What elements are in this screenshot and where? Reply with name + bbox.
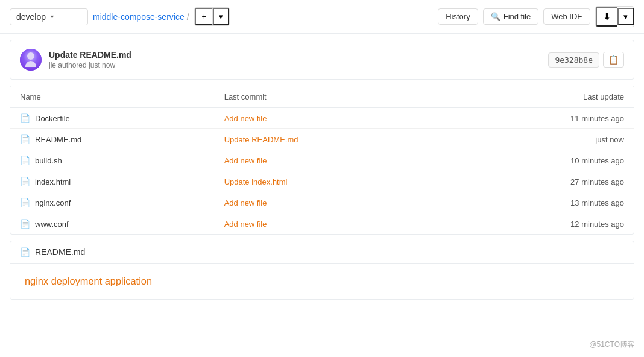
- repo-name[interactable]: middle-compose-service: [93, 12, 185, 22]
- file-commit-cell: Update index.html: [215, 171, 450, 192]
- avatar-head: [27, 52, 34, 60]
- breadcrumb: middle-compose-service /: [93, 12, 189, 22]
- file-update-cell: 12 minutes ago: [450, 213, 634, 235]
- file-icon: 📄: [20, 134, 30, 144]
- commit-hash-group: 9e328b8e 📋: [548, 52, 624, 68]
- file-link[interactable]: build.sh: [35, 156, 62, 165]
- col-last-commit: Last commit: [215, 86, 450, 108]
- file-commit-cell: Add new file: [215, 150, 450, 171]
- file-link[interactable]: index.html: [35, 177, 71, 186]
- file-commit-cell: Add new file: [215, 213, 450, 235]
- table-row: 📄 build.sh Add new file10 minutes ago: [10, 150, 634, 171]
- file-name-cell: 📄 www.conf: [10, 213, 215, 235]
- file-name-cell: 📄 Dockerfile: [10, 108, 215, 129]
- commit-message[interactable]: Update README.md: [49, 50, 541, 60]
- col-last-update: Last update: [450, 86, 634, 108]
- commit-hash[interactable]: 9e328b8e: [548, 52, 599, 68]
- file-table-container: Name Last commit Last update 📄 Dockerfil…: [10, 86, 634, 235]
- table-row: 📄 index.html Update index.html27 minutes…: [10, 171, 634, 192]
- file-commit-cell: Add new file: [215, 192, 450, 213]
- file-name-cell: 📄 README.md: [10, 129, 215, 150]
- file-update-cell: 27 minutes ago: [450, 171, 634, 192]
- find-file-button[interactable]: 🔍 Find file: [483, 8, 539, 25]
- toolbar: develop ▾ middle-compose-service / + ▾ H…: [0, 0, 644, 34]
- add-button-group[interactable]: + ▾: [194, 7, 230, 26]
- file-name-cell: 📄 index.html: [10, 171, 215, 192]
- readme-content: nginx deployment application: [10, 264, 634, 299]
- file-link[interactable]: nginx.conf: [35, 198, 71, 207]
- readme-title: README.md: [35, 247, 85, 257]
- readme-header: 📄 README.md: [10, 241, 634, 264]
- toolbar-actions: History 🔍 Find file Web IDE ⬇ ▾: [438, 6, 634, 27]
- add-dropdown-button[interactable]: ▾: [213, 8, 229, 25]
- commit-info: Update README.md jie authored just now: [49, 50, 541, 69]
- file-update-cell: 10 minutes ago: [450, 150, 634, 171]
- col-name: Name: [10, 86, 215, 108]
- clone-dropdown-button[interactable]: ▾: [617, 8, 634, 25]
- find-file-label: Find file: [504, 12, 531, 21]
- copy-hash-button[interactable]: 📋: [603, 52, 624, 68]
- commit-message-link[interactable]: Update index.html: [224, 177, 288, 186]
- file-update-cell: 11 minutes ago: [450, 108, 634, 129]
- file-update-cell: 13 minutes ago: [450, 192, 634, 213]
- file-icon: 📄: [20, 113, 30, 123]
- commit-message-link[interactable]: Update README.md: [224, 135, 298, 144]
- commit-message-link[interactable]: Add new file: [224, 156, 267, 165]
- add-plus-button[interactable]: +: [195, 8, 213, 25]
- file-link[interactable]: README.md: [35, 135, 81, 144]
- search-icon: 🔍: [491, 12, 500, 21]
- table-row: 📄 Dockerfile Add new file11 minutes ago: [10, 108, 634, 129]
- path-separator: /: [187, 12, 189, 22]
- clone-icon-button[interactable]: ⬇: [596, 7, 617, 27]
- file-commit-cell: Add new file: [215, 108, 450, 129]
- branch-selector[interactable]: develop ▾: [10, 8, 88, 25]
- readme-text: nginx deployment application: [25, 276, 619, 287]
- table-row: 📄 www.conf Add new file12 minutes ago: [10, 213, 634, 235]
- commit-meta: jie authored just now: [49, 61, 541, 69]
- table-row: 📄 README.md Update README.mdjust now: [10, 129, 634, 150]
- commit-message-link[interactable]: Add new file: [224, 114, 267, 123]
- file-link[interactable]: Dockerfile: [35, 114, 70, 123]
- file-icon: 📄: [20, 156, 30, 165]
- file-commit-cell: Update README.md: [215, 129, 450, 150]
- file-link[interactable]: www.conf: [35, 220, 69, 229]
- file-icon: 📄: [20, 247, 30, 257]
- commit-message-link[interactable]: Add new file: [224, 220, 267, 229]
- commit-panel: Update README.md jie authored just now 9…: [10, 40, 634, 80]
- history-button[interactable]: History: [438, 8, 478, 25]
- file-icon: 📄: [20, 219, 30, 229]
- table-header-row: Name Last commit Last update: [10, 86, 634, 108]
- file-table: Name Last commit Last update 📄 Dockerfil…: [10, 86, 634, 234]
- table-row: 📄 nginx.conf Add new file13 minutes ago: [10, 192, 634, 213]
- branch-name: develop: [16, 12, 47, 22]
- file-rows: 📄 Dockerfile Add new file11 minutes ago …: [10, 108, 634, 235]
- file-name-cell: 📄 build.sh: [10, 150, 215, 171]
- avatar-body: [25, 61, 36, 67]
- file-icon: 📄: [20, 177, 30, 186]
- commit-message-link[interactable]: Add new file: [224, 198, 267, 207]
- file-name-cell: 📄 nginx.conf: [10, 192, 215, 213]
- file-update-cell: just now: [450, 129, 634, 150]
- avatar: [20, 49, 42, 71]
- clone-button-group[interactable]: ⬇ ▾: [595, 6, 634, 27]
- readme-section: 📄 README.md nginx deployment application: [10, 241, 634, 300]
- file-icon: 📄: [20, 198, 30, 207]
- branch-chevron-icon: ▾: [51, 13, 81, 20]
- web-ide-button[interactable]: Web IDE: [543, 8, 590, 25]
